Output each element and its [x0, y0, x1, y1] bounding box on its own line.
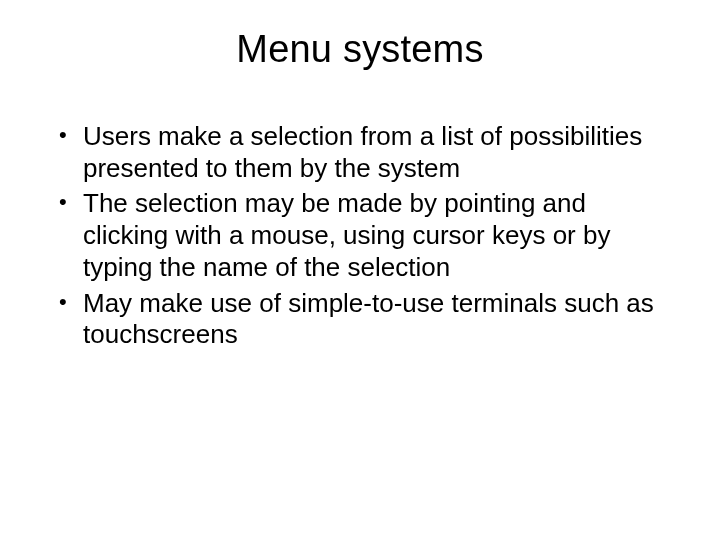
- bullet-text: May make use of simple-to-use terminals …: [83, 288, 654, 350]
- slide-title: Menu systems: [55, 28, 665, 71]
- list-item: May make use of simple-to-use terminals …: [55, 288, 665, 351]
- list-item: Users make a selection from a list of po…: [55, 121, 665, 184]
- bullet-text: The selection may be made by pointing an…: [83, 188, 610, 281]
- slide: Menu systems Users make a selection from…: [0, 0, 720, 540]
- list-item: The selection may be made by pointing an…: [55, 188, 665, 283]
- bullet-text: Users make a selection from a list of po…: [83, 121, 642, 183]
- bullet-list: Users make a selection from a list of po…: [55, 121, 665, 351]
